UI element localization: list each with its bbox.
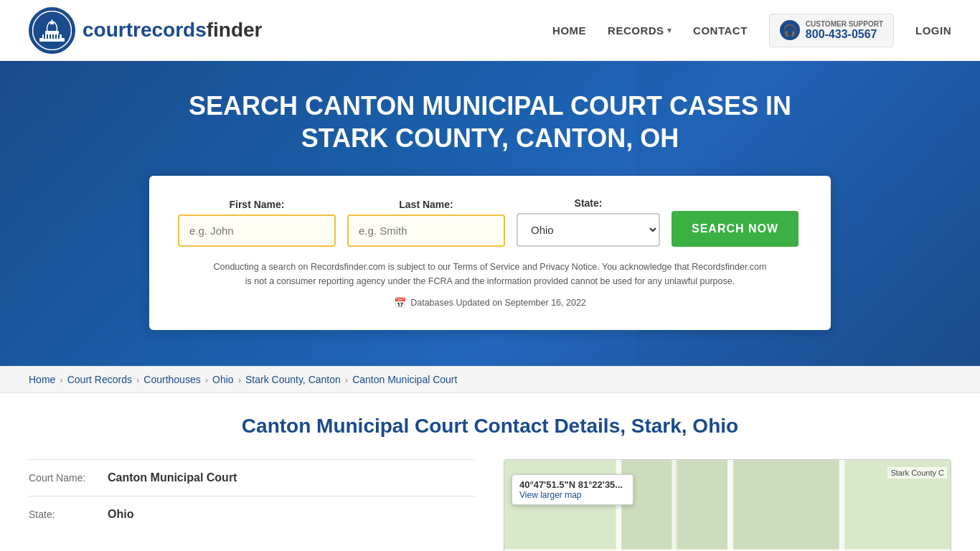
main-content: Canton Municipal Court Contact Details, … xyxy=(0,393,980,551)
view-larger-map-link[interactable]: View larger map xyxy=(519,490,581,500)
state-detail-value: Ohio xyxy=(108,508,133,521)
logo-text: courtrecordsfinder xyxy=(83,19,263,42)
calendar-icon: 📅 xyxy=(394,297,406,309)
last-name-group: Last Name: xyxy=(347,199,505,247)
svg-rect-24 xyxy=(733,460,839,549)
breadcrumb-courthouses[interactable]: Courthouses xyxy=(143,374,200,385)
svg-rect-12 xyxy=(58,34,60,39)
court-name-row: Court Name: Canton Municipal Court xyxy=(29,459,475,496)
first-name-label: First Name: xyxy=(178,199,336,210)
logo-area[interactable]: courtrecordsfinder xyxy=(29,7,263,54)
first-name-input[interactable] xyxy=(178,215,336,247)
support-area[interactable]: 🎧 CUSTOMER SUPPORT 800-433-0567 xyxy=(769,14,894,47)
svg-point-0 xyxy=(33,11,72,50)
svg-rect-5 xyxy=(50,22,54,24)
court-name-label: Court Name: xyxy=(29,472,100,484)
hero-section: SEARCH CANTON MUNICIPAL COURT CASES IN S… xyxy=(0,61,980,366)
court-name-value: Canton Municipal Court xyxy=(108,471,237,484)
breadcrumb-sep-4: › xyxy=(238,375,241,385)
map-coords: 40°47'51.5"N 81°22'35... xyxy=(519,479,626,490)
headphone-icon: 🎧 xyxy=(780,20,800,40)
first-name-group: First Name: xyxy=(178,199,336,247)
state-select[interactable]: Ohio Alabama Alaska California Florida N… xyxy=(517,213,660,247)
breadcrumb-home[interactable]: Home xyxy=(29,374,55,385)
support-phone: 800-433-0567 xyxy=(806,28,883,41)
state-detail-label: State: xyxy=(29,509,100,520)
search-card: First Name: Last Name: State: Ohio Alaba… xyxy=(149,176,831,330)
main-nav: HOME RECORDS ▾ CONTACT 🎧 CUSTOMER SUPPOR… xyxy=(552,14,951,47)
breadcrumb-sep-3: › xyxy=(205,375,208,385)
nav-records[interactable]: RECORDS ▾ xyxy=(608,24,672,37)
svg-rect-10 xyxy=(52,34,54,39)
search-fields: First Name: Last Name: State: Ohio Alaba… xyxy=(178,197,802,247)
nav-contact[interactable]: CONTACT xyxy=(693,24,748,37)
section-title: Canton Municipal Court Contact Details, … xyxy=(29,415,951,438)
breadcrumb-stark-canton[interactable]: Stark County, Canton xyxy=(245,374,341,385)
support-label: CUSTOMER SUPPORT xyxy=(806,20,883,28)
svg-rect-9 xyxy=(50,34,51,39)
search-button[interactable]: SEARCH NOW xyxy=(672,211,798,247)
breadcrumb-current: Canton Municipal Court xyxy=(352,374,457,385)
svg-rect-19 xyxy=(839,460,844,551)
breadcrumb-sep-5: › xyxy=(345,375,348,385)
records-chevron-icon: ▾ xyxy=(667,26,672,35)
breadcrumb-sep-2: › xyxy=(136,375,139,385)
logo-icon xyxy=(29,7,75,54)
breadcrumb-ohio[interactable]: Ohio xyxy=(212,374,234,385)
details-map-row: Court Name: Canton Municipal Court State… xyxy=(29,459,951,551)
details-table: Court Name: Canton Municipal Court State… xyxy=(29,459,475,551)
svg-rect-7 xyxy=(44,34,45,39)
hero-title: SEARCH CANTON MUNICIPAL COURT CASES IN S… xyxy=(167,90,813,154)
map-popup: 40°47'51.5"N 81°22'35... View larger map xyxy=(512,474,633,505)
map-county-label: Stark County C xyxy=(887,467,947,479)
map-area[interactable]: 40°47'51.5"N 81°22'35... View larger map… xyxy=(504,459,951,551)
db-updated: 📅 Databases Updated on September 16, 202… xyxy=(178,297,802,309)
nav-login[interactable]: LOGIN xyxy=(915,24,951,37)
last-name-input[interactable] xyxy=(347,215,505,247)
state-row: State: Ohio xyxy=(29,496,475,532)
svg-rect-8 xyxy=(47,34,48,39)
breadcrumb: Home › Court Records › Courthouses › Ohi… xyxy=(0,366,980,393)
breadcrumb-sep-1: › xyxy=(60,375,62,385)
last-name-label: Last Name: xyxy=(347,199,505,210)
site-header: courtrecordsfinder HOME RECORDS ▾ CONTAC… xyxy=(0,0,980,61)
svg-rect-20 xyxy=(672,460,676,551)
disclaimer-text: Conducting a search on Recordsfinder.com… xyxy=(210,260,770,288)
state-label: State: xyxy=(517,197,660,209)
state-group: State: Ohio Alabama Alaska California Fl… xyxy=(517,197,660,247)
svg-rect-23 xyxy=(677,460,727,549)
nav-home[interactable]: HOME xyxy=(552,24,586,37)
breadcrumb-court-records[interactable]: Court Records xyxy=(67,374,132,385)
svg-rect-11 xyxy=(55,34,57,39)
map-placeholder: 40°47'51.5"N 81°22'35... View larger map… xyxy=(504,460,951,551)
